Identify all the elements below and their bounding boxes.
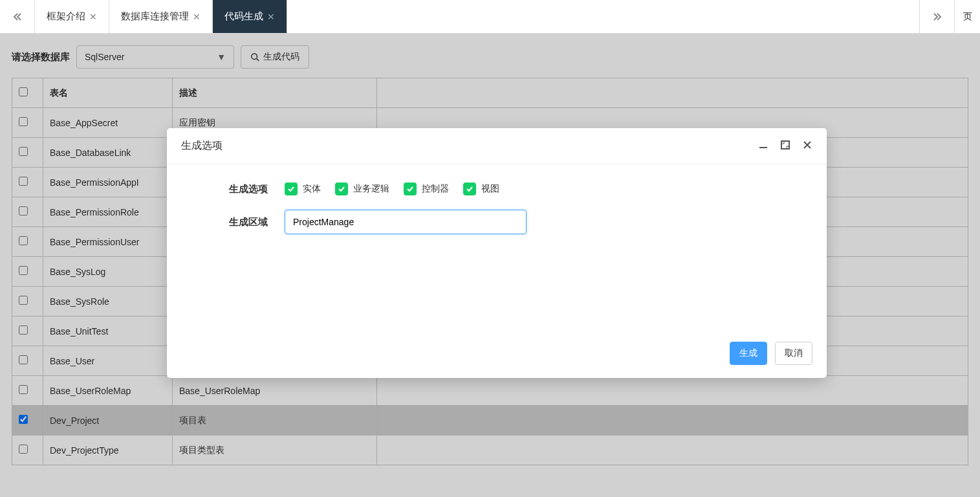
check-icon <box>285 182 298 195</box>
check-icon <box>463 182 476 195</box>
form-row-area: 生成区域 <box>181 210 812 234</box>
checkbox-label: 实体 <box>303 183 321 195</box>
tab-label: 代码生成 <box>224 10 263 23</box>
dialog-footer: 生成 取消 <box>167 333 827 378</box>
dialog-header: 生成选项 <box>167 128 827 164</box>
close-icon[interactable]: ✕ <box>193 12 201 22</box>
options-checkbox-group: 实体业务逻辑控制器视图 <box>285 182 499 195</box>
close-icon[interactable]: ✕ <box>267 12 275 22</box>
tab-db-connection[interactable]: 数据库连接管理 ✕ <box>109 0 213 33</box>
check-icon <box>335 182 348 195</box>
tabs-scroll-left-button[interactable] <box>0 0 35 33</box>
tab-code-gen[interactable]: 代码生成 ✕ <box>213 0 287 33</box>
tab-framework-intro[interactable]: 框架介绍 ✕ <box>35 0 109 33</box>
gen-options-dialog: 生成选项 生成选项 实体业务逻辑控制器视图 <box>167 128 827 378</box>
double-chevron-right-icon <box>932 12 942 22</box>
tab-label: 框架介绍 <box>47 10 85 23</box>
tab-bar: 框架介绍 ✕ 数据库连接管理 ✕ 代码生成 ✕ 页 <box>0 0 980 34</box>
checkbox-label: 业务逻辑 <box>353 183 389 195</box>
dialog-body: 生成选项 实体业务逻辑控制器视图 生成区域 <box>167 164 827 333</box>
maximize-icon[interactable] <box>780 140 790 152</box>
content-area: 请选择数据库 SqlServer ▼ 生成代码 表名 描述 Base_AppSe… <box>0 34 980 497</box>
double-chevron-left-icon <box>12 12 23 22</box>
svg-rect-3 <box>781 141 789 149</box>
form-row-options: 生成选项 实体业务逻辑控制器视图 <box>181 182 812 195</box>
checkbox-option[interactable]: 视图 <box>463 182 499 195</box>
checkbox-option[interactable]: 业务逻辑 <box>335 182 389 195</box>
area-label: 生成区域 <box>181 216 285 228</box>
options-label: 生成选项 <box>181 183 285 195</box>
checkbox-option[interactable]: 实体 <box>285 182 321 195</box>
minimize-icon[interactable] <box>758 140 768 152</box>
cancel-button[interactable]: 取消 <box>775 342 812 365</box>
close-icon[interactable] <box>802 140 812 152</box>
page-indicator[interactable]: 页 <box>954 0 980 33</box>
checkbox-label: 视图 <box>481 183 499 195</box>
dialog-header-icons <box>758 140 812 152</box>
check-icon <box>404 182 417 195</box>
checkbox-label: 控制器 <box>422 183 449 195</box>
tabs-scroll-right-button[interactable] <box>919 0 954 33</box>
dialog-title: 生成选项 <box>181 139 223 153</box>
checkbox-option[interactable]: 控制器 <box>404 182 449 195</box>
tab-label: 数据库连接管理 <box>121 10 189 23</box>
close-icon[interactable]: ✕ <box>89 12 97 22</box>
confirm-button[interactable]: 生成 <box>730 342 767 365</box>
area-input[interactable] <box>285 210 527 234</box>
tabs-container: 框架介绍 ✕ 数据库连接管理 ✕ 代码生成 ✕ <box>35 0 919 33</box>
